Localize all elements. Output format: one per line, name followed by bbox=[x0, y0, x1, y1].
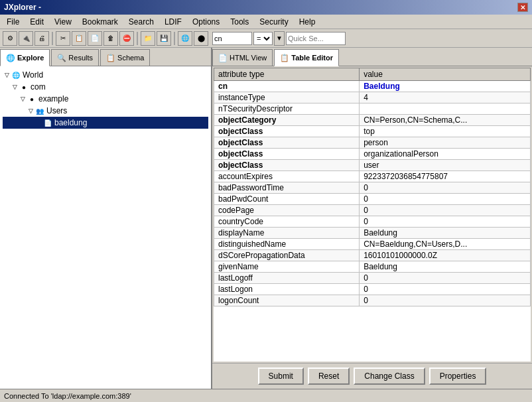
tree-toggle: ▽ bbox=[19, 96, 27, 102]
attr-value-cell[interactable] bbox=[360, 103, 531, 115]
table-row[interactable]: objectClassuser bbox=[214, 160, 531, 171]
attr-value-cell[interactable]: CN=Baeldung,CN=Users,D... bbox=[360, 239, 531, 250]
tree-item-world[interactable]: ▽🌐World bbox=[3, 69, 208, 81]
table-row[interactable]: objectClassperson bbox=[214, 137, 531, 149]
table-row[interactable]: countryCode0 bbox=[214, 216, 531, 228]
attr-value-cell[interactable]: top bbox=[360, 126, 531, 137]
close-button[interactable]: ✕ bbox=[517, 3, 528, 12]
table-row[interactable]: nTSecurityDescriptor bbox=[214, 103, 531, 115]
attr-type-cell: nTSecurityDescriptor bbox=[214, 103, 360, 115]
attr-value-cell[interactable]: 0 bbox=[360, 295, 531, 306]
menu-item-tools[interactable]: Tools bbox=[226, 16, 253, 28]
toolbar-icon-btn[interactable]: 🔌 bbox=[19, 31, 33, 46]
attr-value-cell[interactable]: user bbox=[360, 160, 531, 171]
attr-type-cell: badPasswordTime bbox=[214, 182, 360, 194]
tree-view[interactable]: ▽🌐World▽●com▽●example▽👥Users📄baeldung bbox=[0, 66, 211, 389]
attr-value-cell[interactable]: 9223372036854775807 bbox=[360, 171, 531, 182]
table-row[interactable]: displayNameBaeldung bbox=[214, 228, 531, 239]
search-attribute-input[interactable] bbox=[212, 32, 252, 45]
attribute-table: attribute type value cnBaeldunginstanceT… bbox=[214, 68, 531, 306]
reset-button[interactable]: Reset bbox=[308, 368, 350, 385]
table-row[interactable]: accountExpires9223372036854775807 bbox=[214, 171, 531, 182]
search-operator-select[interactable]: = bbox=[253, 32, 273, 45]
attr-value-cell[interactable]: 0 bbox=[360, 182, 531, 194]
left-tab-explore[interactable]: 🌐Explore bbox=[0, 49, 50, 66]
tree-toggle: ▽ bbox=[27, 107, 34, 114]
tree-item-label: Users bbox=[46, 106, 67, 115]
tree-item-users[interactable]: ▽👥Users bbox=[3, 105, 208, 117]
toolbar-icon-btn[interactable]: ✂ bbox=[56, 31, 70, 46]
right-panel: 📄HTML View📋Table Editor attribute type v… bbox=[212, 48, 532, 389]
attr-value-cell[interactable]: Baeldung bbox=[360, 81, 531, 92]
attr-value-cell[interactable]: Baeldung bbox=[360, 261, 531, 273]
title-bar: JXplorer - ✕ bbox=[0, 0, 532, 15]
change-class-button[interactable]: Change Class bbox=[354, 368, 425, 385]
toolbar-icon-btn[interactable]: ⬤ bbox=[194, 31, 208, 46]
toolbar-icon-btn[interactable]: 📄 bbox=[88, 31, 102, 46]
attr-value-cell[interactable]: 0 bbox=[360, 205, 531, 216]
toolbar-icon-btn[interactable]: ⚙ bbox=[3, 31, 17, 46]
toolbar-icon-btn[interactable]: 📁 bbox=[141, 31, 155, 46]
attr-value-cell[interactable]: 16010101000000.0Z bbox=[360, 250, 531, 261]
attr-value-cell[interactable]: 0 bbox=[360, 194, 531, 205]
table-row[interactable]: instanceType4 bbox=[214, 92, 531, 103]
tree-item-label: com bbox=[31, 82, 46, 92]
toolbar-icon-btn[interactable]: 📋 bbox=[72, 31, 86, 46]
toolbar-icon-btn[interactable]: 💾 bbox=[157, 31, 171, 46]
tree-item-icon: 👥 bbox=[34, 105, 45, 116]
menu-item-help[interactable]: Help bbox=[295, 16, 320, 28]
left-tab-results[interactable]: 🔍Results bbox=[51, 49, 99, 66]
table-row[interactable]: badPasswordTime0 bbox=[214, 182, 531, 194]
table-row[interactable]: codePage0 bbox=[214, 205, 531, 216]
toolbar-icon-btn[interactable]: 🗑 bbox=[103, 31, 118, 46]
toolbar-icon-btn[interactable]: 🌐 bbox=[178, 31, 192, 46]
attr-type-cell: displayName bbox=[214, 228, 360, 239]
right-tab-table-editor[interactable]: 📋Table Editor bbox=[274, 49, 339, 66]
menu-item-bookmark[interactable]: Bookmark bbox=[78, 16, 122, 28]
table-row[interactable]: objectCategoryCN=Person,CN=Schema,C... bbox=[214, 115, 531, 126]
left-panel: 🌐Explore🔍Results📋Schema ▽🌐World▽●com▽●ex… bbox=[0, 48, 212, 389]
toolbar-icon-btn[interactable]: ⛔ bbox=[119, 31, 134, 46]
attr-value-cell[interactable]: 0 bbox=[360, 216, 531, 228]
toolbar-separator bbox=[174, 32, 175, 45]
tree-item-baeldung[interactable]: 📄baeldung bbox=[3, 117, 208, 129]
table-row[interactable]: logonCount0 bbox=[214, 295, 531, 306]
menu-item-ldif[interactable]: LDIF bbox=[161, 16, 186, 28]
attr-value-cell[interactable]: Baeldung bbox=[360, 228, 531, 239]
menu-item-options[interactable]: Options bbox=[188, 16, 224, 28]
menu-item-view[interactable]: View bbox=[50, 16, 76, 28]
col-attribute-type: attribute type bbox=[214, 68, 360, 81]
quick-search-input[interactable] bbox=[286, 32, 346, 45]
menu-item-edit[interactable]: Edit bbox=[26, 16, 48, 28]
menu-item-security[interactable]: Security bbox=[255, 16, 292, 28]
properties-button[interactable]: Properties bbox=[429, 368, 487, 385]
table-row[interactable]: objectClasstop bbox=[214, 126, 531, 137]
search-dropdown-btn[interactable]: ▼ bbox=[274, 31, 285, 46]
table-row[interactable]: distinguishedNameCN=Baeldung,CN=Users,D.… bbox=[214, 239, 531, 250]
table-row[interactable]: lastLogon0 bbox=[214, 284, 531, 295]
toolbar-icon-btn[interactable]: 🖨 bbox=[34, 31, 49, 46]
table-container[interactable]: attribute type value cnBaeldunginstanceT… bbox=[214, 68, 531, 362]
attr-value-cell[interactable]: organizationalPerson bbox=[360, 149, 531, 160]
attr-value-cell[interactable]: person bbox=[360, 137, 531, 149]
attr-type-cell: codePage bbox=[214, 205, 360, 216]
right-tab-html-view[interactable]: 📄HTML View bbox=[212, 49, 273, 66]
tree-item-com[interactable]: ▽●com bbox=[3, 81, 208, 93]
tree-item-label: example bbox=[38, 94, 68, 103]
menu-item-file[interactable]: File bbox=[3, 16, 23, 28]
tree-item-example[interactable]: ▽●example bbox=[3, 93, 208, 105]
table-row[interactable]: cnBaeldung bbox=[214, 81, 531, 92]
tree-toggle: ▽ bbox=[3, 72, 11, 78]
attr-value-cell[interactable]: 0 bbox=[360, 284, 531, 295]
attr-value-cell[interactable]: CN=Person,CN=Schema,C... bbox=[360, 115, 531, 126]
table-row[interactable]: lastLogoff0 bbox=[214, 273, 531, 284]
menu-item-search[interactable]: Search bbox=[125, 16, 158, 28]
table-row[interactable]: badPwdCount0 bbox=[214, 194, 531, 205]
table-row[interactable]: givenNameBaeldung bbox=[214, 261, 531, 273]
attr-value-cell[interactable]: 4 bbox=[360, 92, 531, 103]
submit-button[interactable]: Submit bbox=[258, 368, 304, 385]
attr-value-cell[interactable]: 0 bbox=[360, 273, 531, 284]
table-row[interactable]: objectClassorganizationalPerson bbox=[214, 149, 531, 160]
left-tab-schema[interactable]: 📋Schema bbox=[100, 49, 150, 66]
table-row[interactable]: dSCorePropagationData16010101000000.0Z bbox=[214, 250, 531, 261]
